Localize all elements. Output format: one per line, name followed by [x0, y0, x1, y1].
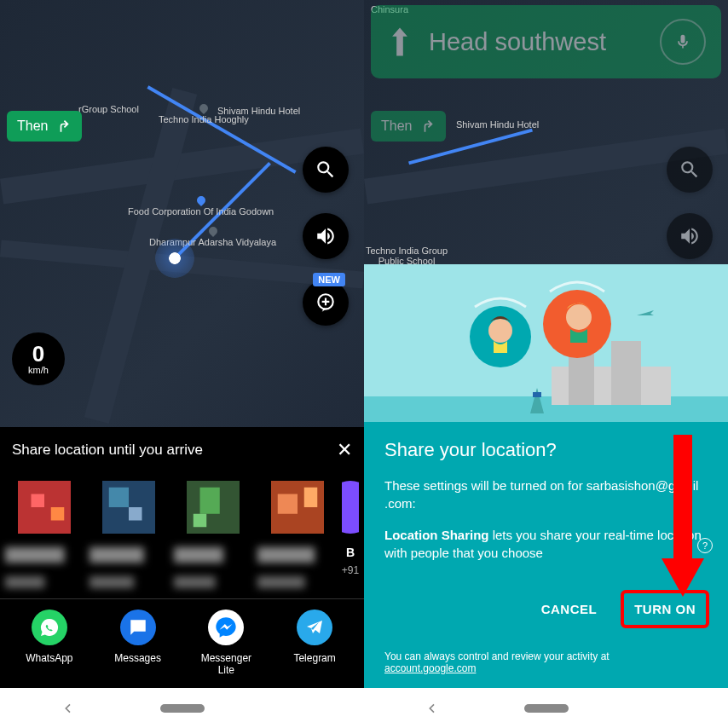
telegram-icon: [304, 617, 325, 638]
svg-rect-16: [199, 488, 219, 514]
annotation-arrow: [662, 435, 704, 597]
navigation-direction-card[interactable]: Head southwest: [371, 5, 721, 78]
home-pill[interactable]: [524, 704, 569, 713]
turn-right-icon: [55, 118, 72, 135]
svg-rect-13: [90, 547, 144, 563]
speed-value: 0: [32, 343, 44, 365]
next-step-chip[interactable]: Then: [7, 111, 82, 142]
audio-button[interactable]: [303, 213, 349, 259]
svg-rect-26: [364, 396, 728, 422]
search-icon: [679, 159, 701, 181]
svg-rect-29: [611, 341, 641, 405]
audio-button[interactable]: [667, 213, 713, 259]
close-button[interactable]: ✕: [337, 439, 352, 461]
whatsapp-icon: [39, 617, 60, 638]
svg-rect-12: [129, 507, 142, 521]
svg-rect-24: [257, 576, 305, 588]
volume-icon: [679, 225, 701, 247]
svg-rect-30: [533, 392, 541, 397]
straight-arrow-icon: [386, 26, 413, 58]
search-button[interactable]: [667, 147, 713, 193]
next-step-chip[interactable]: Then: [371, 111, 446, 142]
back-button[interactable]: [61, 702, 75, 715]
direction-text: Head southwest: [429, 28, 644, 56]
dialog-text-account: These settings will be turned on for sar…: [384, 477, 708, 512]
svg-rect-22: [303, 488, 317, 507]
phone-screen-right: Chinsura Shivam Hindu Hotel Techno India…: [364, 0, 728, 688]
phone-screen-left: rGroup School Techno India Hooghly Shiva…: [0, 0, 364, 688]
svg-rect-23: [257, 547, 315, 563]
speedometer[interactable]: 0 km/h: [12, 332, 65, 385]
system-navigation-bar: [0, 688, 728, 728]
app-whatsapp[interactable]: WhatsApp: [5, 610, 94, 676]
turn-right-icon: [419, 118, 436, 135]
dialog-title: Share your location?: [384, 439, 708, 461]
speed-unit: km/h: [28, 365, 49, 375]
svg-rect-17: [194, 514, 207, 528]
svg-rect-14: [90, 576, 134, 588]
apps-row: WhatsApp Messages Messenger Lite Telegra…: [0, 598, 364, 688]
contacts-row: B +91: [0, 471, 364, 598]
contact-item[interactable]: [90, 481, 169, 588]
messenger-icon: [214, 615, 238, 639]
share-sheet-title: Share location until you arrive: [12, 442, 337, 459]
svg-rect-35: [673, 435, 692, 563]
svg-point-34: [566, 304, 592, 330]
svg-rect-19: [174, 576, 216, 588]
new-badge: NEW: [313, 273, 345, 286]
svg-rect-28: [569, 350, 594, 405]
cancel-button[interactable]: CANCEL: [531, 590, 608, 628]
current-location-dot: [155, 239, 194, 278]
contact-item[interactable]: [174, 481, 253, 588]
account-link[interactable]: account.google.com: [384, 662, 476, 674]
back-button[interactable]: [425, 702, 439, 715]
dialog-hero-illustration: [364, 264, 728, 422]
volume-icon: [315, 225, 337, 247]
app-messenger-lite[interactable]: Messenger Lite: [182, 610, 271, 676]
svg-rect-8: [5, 547, 65, 563]
svg-rect-18: [174, 547, 223, 563]
svg-rect-21: [277, 494, 297, 514]
svg-rect-9: [5, 576, 44, 588]
contact-item[interactable]: B +91: [342, 481, 359, 588]
contact-item[interactable]: [5, 481, 84, 588]
svg-rect-11: [109, 488, 129, 507]
mic-icon: [674, 32, 691, 52]
svg-rect-6: [32, 494, 45, 508]
svg-rect-7: [51, 507, 65, 521]
voice-search-button[interactable]: [660, 19, 706, 65]
home-pill[interactable]: [160, 704, 205, 713]
add-report-button[interactable]: [303, 280, 349, 326]
dialog-footer: You can always control and review your a…: [364, 644, 728, 688]
search-button[interactable]: [303, 147, 349, 193]
messages-icon: [128, 617, 148, 638]
app-messages[interactable]: Messages: [94, 610, 182, 676]
share-location-sheet: Share location until you arrive ✕: [0, 427, 364, 688]
dialog-text-description: Location Sharing lets you share your rea…: [384, 526, 708, 562]
app-telegram[interactable]: Telegram: [270, 610, 359, 676]
svg-point-32: [488, 319, 512, 343]
add-bubble-icon: [315, 292, 337, 314]
search-icon: [315, 159, 337, 181]
contact-item[interactable]: [257, 481, 337, 588]
